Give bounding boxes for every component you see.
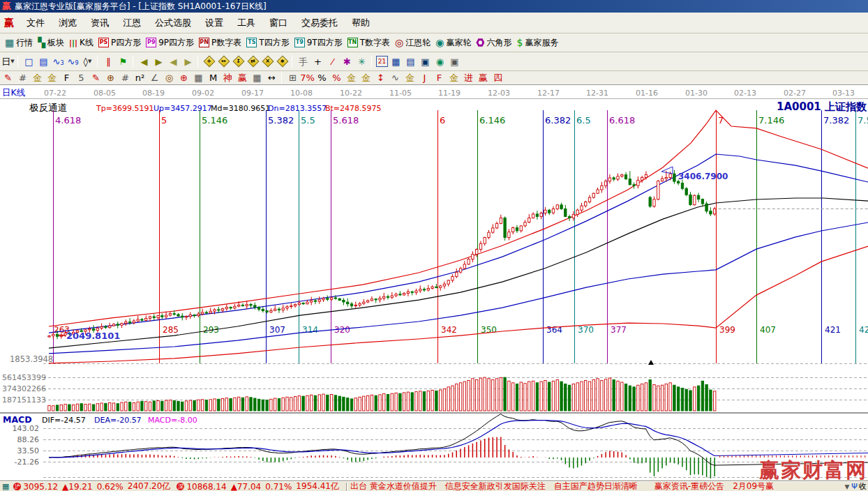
hand-icon[interactable]: 手 bbox=[297, 55, 310, 68]
svg-text:6.146: 6.146 bbox=[479, 115, 505, 126]
tool-K线[interactable]: |||K线 bbox=[69, 37, 93, 49]
wave-icon[interactable]: ∿ bbox=[389, 71, 402, 84]
target1-icon[interactable]: ◎ bbox=[163, 71, 176, 84]
gold-grid2-icon[interactable]: 金 bbox=[45, 71, 59, 84]
zoom-6-icon[interactable]: ∗ bbox=[276, 55, 289, 68]
menu-江恩[interactable]: 江恩 bbox=[116, 17, 148, 29]
jangle-icon[interactable]: J bbox=[418, 71, 431, 84]
mini9-icon[interactable]: ∿9 bbox=[66, 55, 80, 68]
tool-江恩轮[interactable]: ◎江恩轮 bbox=[395, 37, 431, 49]
first-icon[interactable]: ◀ bbox=[137, 55, 151, 68]
divider bbox=[17, 56, 18, 68]
box-grid-icon[interactable]: ▦ bbox=[192, 71, 205, 84]
chart-area[interactable]: 07-2208-0508-1909-0209-1710-0810-2211-05… bbox=[0, 85, 868, 480]
angle1-icon[interactable]: ∠ bbox=[148, 71, 161, 84]
zoom-5-icon[interactable]: × bbox=[261, 55, 274, 68]
calc-icon[interactable]: ▦ bbox=[389, 55, 403, 68]
last-icon[interactable]: ▶ bbox=[152, 55, 165, 68]
menu-公式选股[interactable]: 公式选股 bbox=[148, 17, 198, 29]
status-bar: ▦ 沪 3095.12 ▲19.21 0.62% 2407.20亿 深 1086… bbox=[0, 481, 868, 491]
menu-资讯[interactable]: 资讯 bbox=[84, 17, 116, 29]
tool-板块[interactable]: ▚板块 bbox=[38, 37, 64, 49]
grid1-icon[interactable]: # bbox=[16, 71, 29, 84]
tool-P数字表[interactable]: PNP数字表 bbox=[199, 37, 241, 49]
svg-text:08-19: 08-19 bbox=[142, 89, 165, 98]
drop-icon[interactable]: ◊▼ bbox=[81, 55, 94, 68]
knot-icon[interactable]: ✱ bbox=[341, 55, 354, 68]
fangle-icon[interactable]: F bbox=[433, 71, 446, 84]
n2-icon[interactable]: n² bbox=[133, 71, 147, 84]
gangle-icon[interactable]: 金 bbox=[447, 71, 461, 84]
globe-icon[interactable]: ◉ bbox=[433, 55, 447, 68]
target2-icon[interactable]: ⊕ bbox=[177, 71, 190, 84]
sh-price: 3095.12 bbox=[23, 482, 58, 491]
period-day-icon[interactable]: 日▼ bbox=[1, 55, 15, 68]
shen-icon[interactable]: 神 bbox=[221, 71, 234, 84]
tool-9T四方形[interactable]: T99T四方形 bbox=[294, 37, 343, 49]
market-grid-icon[interactable]: ▦ bbox=[2, 482, 9, 491]
gold2-icon[interactable]: 金 bbox=[403, 71, 417, 84]
brush2-icon[interactable]: ✎ bbox=[89, 71, 103, 84]
pctline-icon[interactable]: % bbox=[330, 71, 343, 84]
fgrid-icon[interactable]: F bbox=[60, 71, 73, 84]
goldl-icon[interactable]: 金 bbox=[359, 71, 373, 84]
camera-icon[interactable]: ▣ bbox=[448, 55, 461, 68]
news-ticker[interactable]: 出台 黄金水道价值提升 信息安全新政引发国际关注 自主国产趋势日渐清晰 赢家资讯… bbox=[350, 481, 844, 491]
harrow-icon[interactable]: ↔ bbox=[265, 71, 278, 84]
zoom-4-icon[interactable]: ⇄ bbox=[246, 55, 260, 68]
list-icon[interactable]: ▤ bbox=[37, 55, 50, 68]
zoom-1-icon[interactable]: + bbox=[202, 55, 216, 68]
measure-icon[interactable]: ⁄ bbox=[326, 55, 339, 68]
calendar-icon[interactable]: 21 bbox=[376, 56, 388, 67]
window-title: 赢家江恩专业版[赢家服务平台] - [上证指数 SH1A0001-167日K线] bbox=[15, 1, 267, 13]
menu-窗口[interactable]: 窗口 bbox=[262, 17, 294, 29]
jin-icon[interactable]: 进 bbox=[462, 71, 475, 84]
cross-icon[interactable]: + bbox=[311, 55, 324, 68]
save-icon[interactable]: ▣ bbox=[419, 55, 432, 68]
ying2-icon[interactable]: 赢 bbox=[477, 71, 490, 84]
note-icon[interactable]: ▤ bbox=[404, 55, 417, 68]
flag-icon[interactable]: ⚑ bbox=[117, 55, 130, 68]
brush-icon[interactable]: ✎ bbox=[1, 71, 15, 84]
dual-candle-icon[interactable]: ‖ bbox=[102, 55, 115, 68]
compass-icon[interactable]: ⊕ bbox=[104, 71, 117, 84]
tool-赢家服务[interactable]: $赢家服务 bbox=[516, 37, 558, 49]
tool-六角形[interactable]: 六角形 bbox=[476, 37, 511, 49]
ying-icon[interactable]: 赢 bbox=[236, 71, 249, 84]
menu-交易委托[interactable]: 交易委托 bbox=[294, 17, 345, 29]
hash2-icon[interactable]: # bbox=[119, 71, 132, 84]
zoom-2-icon[interactable]: ↔ bbox=[217, 55, 230, 68]
prev-icon[interactable]: ◀ bbox=[167, 55, 180, 68]
tool-T四方形[interactable]: TST四方形 bbox=[246, 37, 289, 49]
tool-P四方形[interactable]: PSP四方形 bbox=[98, 37, 141, 49]
goldc-icon[interactable]: 金 bbox=[345, 71, 358, 84]
karrow-icon[interactable]: ↕ bbox=[374, 71, 387, 84]
svg-text:377: 377 bbox=[611, 325, 627, 335]
pct7-icon[interactable]: 7% bbox=[301, 71, 314, 84]
si-icon[interactable]: 四 bbox=[491, 71, 504, 84]
zoom-3-icon[interactable]: ↕ bbox=[232, 55, 245, 68]
板块-icon: ▚ bbox=[38, 38, 45, 47]
tool-赢家轮[interactable]: ◉赢家轮 bbox=[435, 37, 471, 49]
menu-设置[interactable]: 设置 bbox=[198, 17, 230, 29]
five-icon[interactable]: 5 bbox=[75, 71, 88, 84]
kpat-icon[interactable]: M bbox=[207, 71, 220, 84]
net-icon[interactable]: ✳ bbox=[355, 55, 368, 68]
window-icon[interactable]: □ bbox=[22, 55, 36, 68]
tool-T数字表[interactable]: TNT数字表 bbox=[347, 37, 390, 49]
menu-文件[interactable]: 文件 bbox=[20, 17, 52, 29]
next-icon[interactable]: ▶ bbox=[181, 55, 195, 68]
tool-9P四方形[interactable]: P99P四方形 bbox=[146, 37, 194, 49]
menu-帮助[interactable]: 帮助 bbox=[345, 17, 377, 29]
menu-浏览[interactable]: 浏览 bbox=[52, 17, 84, 29]
ratio-icon[interactable]: ⊞ bbox=[286, 71, 299, 84]
menu-工具[interactable]: 工具 bbox=[230, 17, 262, 29]
dropdown-icon[interactable]: ▼ bbox=[844, 483, 849, 490]
frame-icon[interactable]: ▦ bbox=[250, 71, 264, 84]
tool-行情[interactable]: ▦行情 bbox=[5, 37, 33, 49]
kline-chart[interactable]: 07-2208-0508-1909-0209-1710-0810-2211-05… bbox=[0, 85, 868, 480]
svg-text:561453399: 561453399 bbox=[2, 373, 46, 382]
gold-grid1-icon[interactable]: 金 bbox=[31, 71, 44, 84]
mini3-icon[interactable]: ∿3 bbox=[52, 55, 65, 68]
pct-icon[interactable]: % bbox=[315, 71, 329, 84]
